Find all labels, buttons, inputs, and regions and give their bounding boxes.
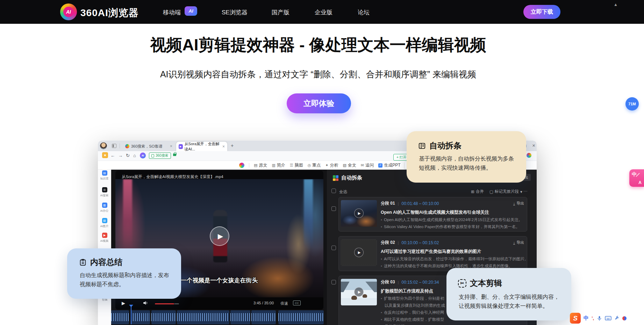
segment-checkbox[interactable] bbox=[331, 246, 336, 250]
ime-skin-icon[interactable] bbox=[622, 316, 627, 320]
waveform-block[interactable] bbox=[230, 310, 250, 324]
reload-icon[interactable]: ↻ bbox=[126, 153, 130, 158]
ai-swirl-icon bbox=[239, 163, 244, 168]
ai-tool-fulltext[interactable]: ▧全文 bbox=[343, 162, 356, 168]
callout-title: 自动拆条 bbox=[429, 140, 461, 151]
big-play-button[interactable]: ▶ bbox=[210, 226, 229, 246]
tab-sora-video[interactable]: ▶ 从Sora展开，全面解读AI... × bbox=[176, 142, 227, 151]
sidebar-item-knowledge[interactable]: ▤ 知识库 bbox=[98, 170, 111, 181]
sidebar-item-ai-office[interactable]: ▥ AI办公 bbox=[98, 203, 111, 213]
ai-tool-mindmap[interactable]: ☰脑图 bbox=[290, 162, 303, 168]
divider: | bbox=[398, 280, 399, 284]
timeline-playhead[interactable] bbox=[131, 307, 131, 324]
select-all-checkbox[interactable] bbox=[331, 189, 336, 193]
close-tab-icon[interactable]: × bbox=[222, 144, 225, 149]
knowledge-icon: ▤ bbox=[102, 170, 107, 176]
segment-checkbox[interactable] bbox=[331, 280, 336, 284]
segment-card-1[interactable]: ▶ 分段 01 | 00:01:48 – 00:10:00 ↓ 导出 Open … bbox=[338, 197, 527, 232]
split-card-icon bbox=[418, 142, 426, 150]
sidebar-item-ai-image[interactable]: ▧ AI图片 bbox=[98, 218, 111, 228]
wrench-icon[interactable] bbox=[614, 316, 620, 321]
segment-export-button[interactable]: ↓ 导出 bbox=[513, 240, 524, 245]
waveform-block[interactable] bbox=[251, 310, 276, 324]
ppt-icon: P bbox=[378, 163, 382, 168]
waveform-block[interactable] bbox=[111, 310, 129, 324]
waveform-block[interactable] bbox=[151, 310, 176, 324]
download-now-button[interactable]: 立即下载 bbox=[523, 5, 560, 19]
waveform-block[interactable] bbox=[131, 310, 150, 324]
try-now-button[interactable]: 立即体验 bbox=[287, 93, 351, 113]
extension-colorful-icon[interactable] bbox=[527, 153, 531, 158]
nav-item-domestic[interactable]: 国产版 bbox=[272, 8, 289, 16]
sidebar-item-ai-search[interactable]: ◎ AI搜索 bbox=[98, 187, 111, 198]
doc-icon bbox=[151, 154, 154, 157]
nav-item-forum[interactable]: 论坛 bbox=[358, 8, 370, 16]
keyboard-icon[interactable] bbox=[605, 316, 611, 321]
captions-icon[interactable]: CC bbox=[293, 301, 301, 305]
ai-assistant-icon[interactable]: AI bbox=[140, 153, 146, 158]
ai-tool-keypoints[interactable]: ◎重点 bbox=[308, 162, 321, 168]
callout-desc: 基于视频内容，自动拆分长视频为多条短视频，实现快速网络传播。 bbox=[419, 154, 519, 172]
callout-desc: 支持挪、删、分、合文字编辑视频内容，让视频剪辑就像处理文本一样简单。 bbox=[459, 292, 564, 311]
nav-item-se-browser[interactable]: SE浏览器 bbox=[222, 8, 248, 16]
address-search-badge[interactable]: 360搜索 bbox=[149, 153, 171, 159]
neon-light-decor bbox=[123, 179, 132, 249]
tab-360-search[interactable]: 360搜索，SO靠谱 × bbox=[123, 142, 175, 151]
ai-tool-analysis[interactable]: ✦分析 bbox=[325, 162, 338, 168]
page-title: 视频AI剪辑提效神器 - 像处理文本一样编辑视频 bbox=[0, 34, 636, 56]
translate-widget[interactable]: 中 A bbox=[629, 169, 644, 187]
callout-title: 内容总结 bbox=[90, 257, 122, 268]
ai-tool-intro[interactable]: ▥简介 bbox=[272, 162, 285, 168]
playback-speed[interactable]: 倍速 bbox=[280, 301, 288, 306]
segment-checkbox[interactable] bbox=[331, 206, 336, 211]
waveform-block[interactable] bbox=[278, 310, 324, 324]
user-avatar[interactable] bbox=[100, 142, 107, 149]
callout-desc: 自动生成视频标题和内容描述，发布视频标题不焦虑。 bbox=[80, 271, 174, 289]
lock-icon bbox=[173, 154, 176, 156]
ime-lang-toggle[interactable]: 中 bbox=[584, 315, 589, 322]
back-icon[interactable]: ← bbox=[110, 153, 115, 158]
sidebar-item-ai-video[interactable]: ▶ AI视频 bbox=[98, 233, 111, 243]
segment-title: AI可以通过学习逆过程产生类似马赛克的效果的图片 bbox=[381, 249, 525, 255]
ai-video-icon: ▶ bbox=[102, 233, 107, 238]
segment-thumbnail: ▶ bbox=[341, 279, 377, 305]
play-icon[interactable]: ▶ bbox=[122, 301, 125, 306]
downloads-count-badge: 71M bbox=[625, 97, 639, 111]
window-close-icon[interactable]: ✕ bbox=[532, 143, 535, 148]
segment-card-2[interactable]: ▶ 分段 02 | 00:10:00 – 00:15:02 ↓ 导出 AI可以通… bbox=[338, 236, 527, 271]
close-tab-icon[interactable]: × bbox=[170, 144, 172, 149]
home-icon[interactable]: ⌂ bbox=[133, 153, 136, 158]
volume-slider[interactable] bbox=[155, 303, 174, 304]
segment-time: 00:15:02 – 00:20:34 bbox=[402, 280, 439, 285]
split-screen-icon[interactable] bbox=[112, 144, 116, 148]
divider: | bbox=[398, 241, 399, 245]
forward-icon[interactable]: → bbox=[118, 153, 123, 158]
nav-item-enterprise[interactable]: 企业版 bbox=[315, 8, 332, 16]
ai-tool-original[interactable]: ▤原文 bbox=[254, 162, 267, 168]
ai-tool-followup[interactable]: ✉追问 bbox=[361, 162, 374, 168]
play-icon: ▶ bbox=[354, 248, 364, 257]
more-menu-button[interactable]: ··· bbox=[523, 189, 528, 193]
merge-button[interactable]: ⊞ 合并 bbox=[471, 189, 484, 194]
ime-punctuation[interactable]: ’, bbox=[592, 316, 594, 321]
volume-icon[interactable] bbox=[143, 300, 148, 307]
mark-invalid-button[interactable]: ▢ 标记无效片段 ▾ bbox=[489, 189, 522, 194]
bookmark-star-icon[interactable]: ★ bbox=[102, 152, 108, 158]
waveform-block[interactable] bbox=[177, 310, 229, 324]
page-subtitle: AI识别视频内容自动拆条，通过对文字 “删除、分割、合并和顺序调整” 来编辑视频 bbox=[0, 69, 636, 80]
sogou-logo-icon[interactable]: S bbox=[570, 313, 581, 324]
segment-thumbnail: ▶ bbox=[341, 200, 377, 227]
translate-en: A bbox=[638, 180, 642, 185]
scroll-top-arrow-icon[interactable]: ▲ bbox=[614, 2, 618, 7]
ai-search-icon: ◎ bbox=[102, 187, 107, 192]
ai-tool-ppt[interactable]: P生成PPT bbox=[378, 162, 400, 168]
nav-item-mobile[interactable]: 移动端 bbox=[163, 8, 181, 16]
microphone-icon[interactable] bbox=[597, 316, 602, 321]
merge-icon: ⊞ bbox=[471, 189, 474, 194]
auto-split-panel-icon bbox=[333, 175, 338, 181]
ai-office-icon: ▥ bbox=[102, 203, 107, 208]
new-tab-button[interactable]: + bbox=[231, 143, 234, 148]
playback-time: 3:45 / 35:00 bbox=[253, 301, 274, 305]
play-icon: ▶ bbox=[354, 287, 364, 297]
segment-export-button[interactable]: ↓ 导出 bbox=[513, 201, 524, 206]
